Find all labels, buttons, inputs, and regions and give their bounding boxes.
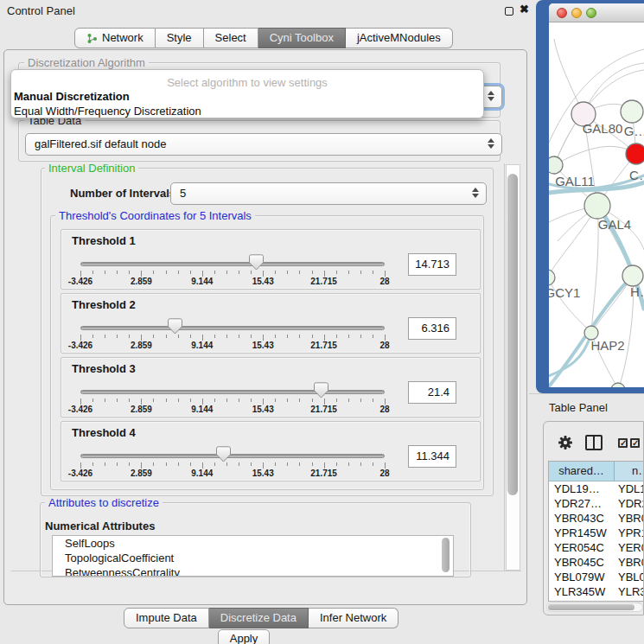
slider-tick: [360, 335, 361, 338]
threshold-value-field[interactable]: 21.4: [408, 381, 456, 404]
threshold-slider-track[interactable]: [80, 454, 385, 458]
tab-style[interactable]: Style: [156, 28, 204, 48]
network-view-window[interactable]: GAL80G…C…GAL11GAL4GCY1H…HAP2: [536, 0, 644, 393]
column-header-name[interactable]: n…: [615, 462, 644, 481]
threshold-value-field[interactable]: 11.344: [408, 445, 456, 468]
threshold-slider-thumb[interactable]: [314, 382, 328, 402]
slider-tick: [141, 462, 142, 469]
divider: [529, 393, 644, 394]
slider-tick: [178, 399, 179, 402]
network-node-label: GAL80: [583, 121, 623, 136]
table-row[interactable]: YBR045CYBR0: [549, 555, 644, 570]
slider-tick-label: 2.859: [131, 469, 152, 478]
slider-tick: [373, 399, 373, 402]
split-column-icon[interactable]: [585, 435, 603, 450]
close-window-icon[interactable]: [557, 8, 567, 18]
slider-tick: [348, 335, 349, 338]
slider-tick: [299, 462, 300, 466]
number-of-intervals-combo[interactable]: 5: [170, 182, 487, 205]
network-node[interactable]: [549, 270, 555, 285]
table-row[interactable]: YLR345WYLR3: [549, 584, 644, 599]
slider-tick-label: 15.43: [252, 341, 274, 350]
tab-impute-data-label: Impute Data: [136, 609, 197, 628]
attribute-list-item[interactable]: TopologicalCoefficient: [53, 551, 453, 565]
threshold-slider-track[interactable]: [80, 262, 385, 266]
table-row[interactable]: YDR27…YDR2: [549, 496, 644, 511]
table-row[interactable]: YPR145WYPR1: [549, 526, 644, 540]
slider-tick: [117, 335, 118, 338]
tab-select[interactable]: Select: [204, 28, 258, 48]
network-node[interactable]: [611, 383, 625, 387]
slider-tick: [166, 462, 167, 466]
threshold-value-field[interactable]: 6.316: [408, 317, 456, 340]
slider-tick: [105, 335, 105, 338]
tab-discretize-data[interactable]: Discretize Data: [209, 608, 309, 628]
network-node[interactable]: [621, 100, 643, 123]
slider-tick: [92, 399, 93, 402]
tab-impute-data[interactable]: Impute Data: [124, 608, 209, 628]
slider-tick-label: 2.859: [131, 277, 152, 286]
slider-tick: [263, 335, 264, 341]
algorithm-option-manual[interactable]: Manual Discretization: [11, 89, 483, 104]
tab-network-label: Network: [102, 29, 143, 48]
tab-discretize-data-label: Discretize Data: [220, 609, 296, 628]
attribute-list-item[interactable]: SelfLoops: [53, 536, 453, 551]
horizontal-scrollbar-track[interactable]: [546, 603, 643, 612]
network-node[interactable]: [549, 156, 563, 174]
tab-infer-network[interactable]: Infer Network: [309, 608, 399, 628]
threshold-slider-track[interactable]: [80, 326, 385, 330]
table-row[interactable]: YBR043CYBR0: [549, 511, 644, 526]
algorithm-option-equal-width[interactable]: Equal Width/Frequency Discretization: [11, 104, 483, 118]
threshold-value-field[interactable]: 14.713: [408, 253, 456, 276]
slider-tick-label: 2.859: [131, 341, 152, 350]
gear-icon[interactable]: [558, 435, 573, 450]
slider-tick-label: 15.43: [252, 405, 274, 414]
slider-tick-label: 21.715: [310, 405, 337, 414]
slider-tick-label: 21.715: [310, 469, 337, 478]
column-header-shared-name[interactable]: shared…: [549, 462, 615, 481]
table-row[interactable]: YDL19…YDL1: [549, 481, 644, 496]
table-data-combo[interactable]: galFiltered.sif default node: [25, 133, 502, 156]
slider-tick-label: 21.715: [310, 277, 337, 286]
slider-tick: [117, 462, 118, 466]
slider-tick: [299, 335, 300, 338]
table-cell-name: YER0: [615, 540, 644, 555]
float-panel-icon[interactable]: [505, 7, 513, 16]
horizontal-scrollbar-thumb[interactable]: [548, 604, 634, 610]
network-node[interactable]: [622, 265, 643, 286]
number-of-intervals-value: 5: [180, 187, 186, 200]
slider-tick: [275, 462, 276, 466]
apply-button[interactable]: Apply: [218, 629, 270, 644]
threshold-slider-thumb[interactable]: [249, 254, 264, 274]
network-node[interactable]: [584, 193, 610, 219]
vertical-scrollbar-thumb[interactable]: [507, 174, 518, 495]
close-panel-icon[interactable]: ✖: [520, 3, 529, 16]
tab-network[interactable]: Network: [74, 28, 156, 48]
zoom-window-icon[interactable]: [586, 8, 596, 18]
checkbox-icon[interactable]: ✓: [618, 438, 628, 448]
tab-cyni-toolbox[interactable]: Cyni Toolbox: [258, 28, 346, 48]
network-window-titlebar[interactable]: [549, 3, 644, 22]
slider-tick: [190, 271, 191, 274]
slider-tick: [202, 399, 203, 405]
threshold-slider-thumb[interactable]: [168, 318, 182, 338]
checkbox-icon[interactable]: ✓: [630, 438, 640, 448]
table-row[interactable]: YER054CYER0: [549, 540, 644, 555]
threshold-slider-thumb[interactable]: [216, 446, 231, 466]
slider-tick: [373, 271, 373, 274]
slider-tick: [226, 271, 227, 274]
slider-tick: [275, 335, 276, 338]
tab-jactivemnodules[interactable]: jActiveMNodules: [346, 28, 453, 48]
slider-tick: [105, 462, 105, 466]
numerical-attributes-list[interactable]: SelfLoopsTopologicalCoefficientBetweenne…: [52, 535, 454, 577]
slider-tick: [385, 335, 386, 341]
minimize-window-icon[interactable]: [571, 8, 582, 18]
slider-tick: [287, 399, 288, 402]
table-row[interactable]: YBL079WYBL0: [549, 570, 644, 584]
attribute-list-item[interactable]: BetweennessCentrality: [53, 565, 453, 577]
network-node[interactable]: [626, 143, 644, 164]
network-canvas[interactable]: GAL80G…C…GAL11GAL4GCY1H…HAP2: [549, 23, 644, 387]
threshold-slider-track[interactable]: [80, 390, 385, 394]
network-node-label: GCY1: [549, 285, 580, 300]
list-scrollbar-thumb[interactable]: [442, 538, 450, 572]
